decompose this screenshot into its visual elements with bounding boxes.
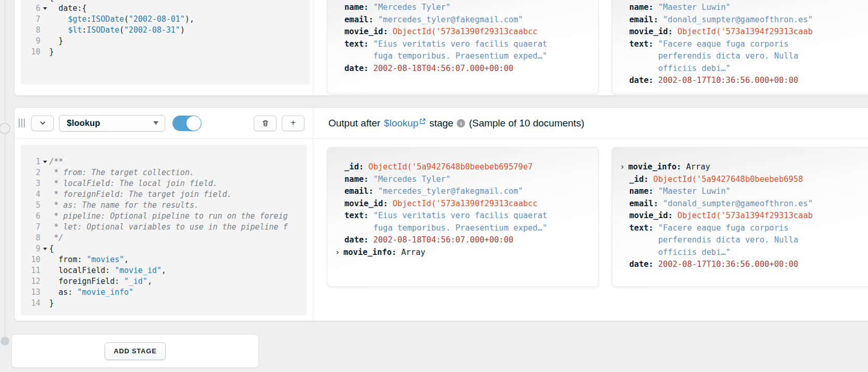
output-documents: _id:ObjectId('5a9427648b0beebeb69579e7na… (327, 147, 868, 287)
add-stage-after-button[interactable]: + (282, 116, 305, 131)
document-card: name:"Mercedes Tyler"email:"mercedes_tyl… (327, 0, 599, 94)
fold-gutter (40, 265, 49, 276)
field-key: name: (629, 2, 654, 14)
line-number: 5 (27, 200, 40, 211)
field-key: text: (629, 222, 654, 259)
document-field-row: email:"mercedes_tyler@fakegmail.com" (344, 185, 591, 198)
code-line: 9 } (27, 36, 307, 47)
code-line: 14} (27, 298, 303, 309)
expand-chevron-icon[interactable]: › (620, 161, 628, 174)
add-stage-button[interactable]: ADD STAGE (105, 342, 166, 360)
stage-card-match: 3 * query: The query in MQL.4 */5{6 date… (14, 0, 868, 96)
code-text: * as: The name for the results. (49, 200, 199, 211)
field-value: 2002-08-18T04:56:07.000+00:00 (369, 234, 514, 247)
fold-gutter (40, 287, 49, 298)
fold-arrow-icon[interactable] (40, 244, 49, 254)
delete-stage-button[interactable] (254, 116, 277, 131)
code-text: from: "movies", (49, 254, 129, 265)
code-text: * pipeline: Optional pipeline to run on … (49, 211, 288, 222)
stage-editor-pane: 3 * query: The query in MQL.4 */5{6 date… (15, 0, 313, 95)
document-field-row: text:"Eius veritatis vero facilis quaera… (344, 210, 591, 234)
field-value: 2002-08-17T10:36:56.000+00:00 (654, 259, 799, 271)
fold-gutter (40, 211, 49, 222)
drag-handle-icon[interactable] (18, 117, 26, 130)
field-key: name: (629, 185, 654, 198)
stage-docs-link[interactable]: $lookup (384, 118, 426, 129)
toggle-knob (186, 116, 201, 131)
field-value: "Maester Luwin" (654, 185, 731, 198)
document-card: name:"Maester Luwin"email:"donald_sumpte… (612, 0, 868, 94)
document-field-row: movie_id:ObjectId('573a1390f29313caabcc (344, 198, 591, 210)
fold-gutter (40, 14, 49, 25)
fold-arrow-icon[interactable] (40, 156, 49, 167)
fold-gutter (40, 47, 49, 58)
code-line: 11 localField: "movie_id", (27, 265, 303, 276)
code-line: 8 */ (27, 233, 303, 244)
expand-chevron-icon[interactable]: › (335, 247, 343, 259)
line-number: 2 (27, 167, 40, 178)
field-value: "Facere eaque fuga corporisperferendis d… (654, 222, 799, 259)
code-text: /** (49, 156, 63, 167)
collapse-stage-button[interactable] (31, 116, 54, 131)
info-icon[interactable]: i (457, 119, 465, 127)
field-value: ObjectId('573a1394f29313caab (673, 210, 813, 222)
stage-operator-select[interactable]: $lookup (59, 115, 165, 132)
document-card: _id:ObjectId('5a9427648b0beebeb69579e7na… (327, 147, 599, 287)
pipeline-timeline-line (5, 0, 6, 338)
field-value: "Mercedes Tyler" (369, 2, 451, 14)
code-line: 12 foreignField: "_id", (27, 276, 303, 287)
code-line: 5 * as: The name for the results. (27, 200, 303, 211)
field-value: 2002-08-18T04:56:07.000+00:00 (369, 63, 514, 75)
field-value: ObjectId('573a1390f29313caabcc (388, 26, 538, 38)
code-line: 7 * let: Optional variables to use in th… (27, 222, 303, 233)
code-line: 10} (27, 47, 307, 58)
document-field-row: name:"Mercedes Tyler" (344, 174, 591, 186)
code-text: { (49, 244, 54, 254)
fold-gutter (40, 222, 49, 233)
document-field-row: email:"mercedes_tyler@fakegmail.com" (344, 14, 591, 26)
code-text: */ (49, 233, 63, 244)
line-number: 1 (27, 156, 40, 167)
field-key: _id: (344, 161, 364, 174)
caret-down-icon (153, 121, 158, 125)
field-key: movie_id: (629, 26, 673, 38)
document-field-row: email:"donald_sumpter@gameofthron.es" (629, 14, 868, 26)
code-line: 6 date:{ (27, 3, 307, 14)
output-header: Output after $lookup stage i (Sample of … (313, 108, 868, 139)
line-number: 10 (27, 47, 40, 58)
output-header-stage-word: stage (429, 118, 453, 129)
line-number: 3 (27, 178, 40, 189)
fold-arrow-icon[interactable] (40, 3, 49, 14)
stage-code-editor[interactable]: 3 * query: The query in MQL.4 */5{6 date… (21, 0, 310, 84)
fold-gutter (40, 233, 49, 244)
stage-operator-label: $lookup (67, 118, 100, 128)
document-field-row: date:2002-08-18T04:56:07.000+00:00 (344, 63, 591, 75)
document-field-row: date:2002-08-18T04:56:07.000+00:00 (344, 234, 591, 247)
code-line: 3 * localField: The local join field. (27, 178, 303, 189)
output-sample-note: (Sample of 10 documents) (469, 118, 584, 129)
line-number: 4 (27, 189, 40, 200)
document-field-row: ›movie_info:Array (629, 161, 868, 174)
fold-gutter (40, 276, 49, 287)
field-key: email: (344, 185, 373, 198)
field-key: text: (629, 38, 654, 75)
field-key: _id: (629, 174, 648, 186)
fold-gutter (40, 298, 49, 309)
fold-gutter (40, 254, 49, 265)
stage-code-editor[interactable]: 1/**2 * from: The target collection.3 * … (21, 145, 307, 316)
stage-enabled-toggle[interactable] (172, 116, 201, 131)
field-value: ObjectId('573a1394f29313caab (673, 26, 813, 38)
code-line: 13 as: "movie_info" (27, 287, 303, 298)
trash-icon (262, 119, 269, 127)
field-key: date: (629, 75, 654, 87)
field-key: date: (629, 259, 654, 271)
stage-editor-pane: $lookup + 1/**2 * from: The target colle… (15, 108, 313, 321)
plus-icon: + (291, 118, 296, 127)
field-value: "donald_sumpter@gameofthron.es" (658, 14, 813, 26)
code-line: 8 $lt:ISODate("2002-08-31") (27, 25, 307, 36)
chevron-down-icon (39, 120, 46, 126)
fold-gutter (40, 25, 49, 36)
field-value: "donald_sumpter@gameofthron.es" (658, 198, 813, 210)
field-key: text: (344, 38, 369, 63)
document-field-row: date:2002-08-17T10:36:56.000+00:00 (629, 259, 868, 271)
